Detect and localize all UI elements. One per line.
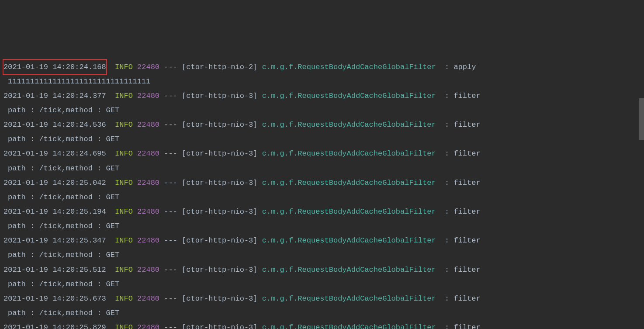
process-id: 22480: [137, 208, 159, 216]
log-entry: 2021-01-19 14:20:25.042 INFO 22480 --- […: [3, 176, 641, 190]
log-message-continuation: path : /tick,method : GET: [8, 309, 119, 317]
log-entry: 2021-01-19 14:20:24.377 INFO 22480 --- […: [3, 89, 641, 103]
separator: ---: [164, 92, 177, 100]
log-level: INFO: [115, 294, 133, 303]
log-message: filter: [454, 149, 480, 158]
log-level: INFO: [115, 63, 133, 71]
log-continuation: 11111111111111111111111111111111: [3, 74, 641, 89]
scrollbar-thumb[interactable]: [639, 98, 644, 140]
process-id: 22480: [137, 323, 159, 329]
process-id: 22480: [137, 294, 159, 303]
log-message: apply: [454, 63, 476, 71]
timestamp: 2021-01-19 14:20:25.512: [3, 266, 106, 274]
log-entry: 2021-01-19 14:20:25.829 INFO 22480 --- […: [3, 320, 641, 329]
colon: :: [445, 179, 449, 187]
separator: ---: [164, 208, 177, 216]
timestamp: 2021-01-19 14:20:25.829: [3, 323, 106, 329]
log-continuation: path : /tick,method : GET: [3, 219, 641, 233]
separator: ---: [164, 236, 177, 245]
log-continuation: path : /tick,method : GET: [3, 190, 641, 204]
log-level: INFO: [115, 208, 133, 216]
log-continuation: path : /tick,method : GET: [3, 103, 641, 118]
thread-name: [ctor-http-nio-3]: [182, 208, 257, 216]
logger-name: c.m.g.f.RequestBodyAddCacheGlobalFilter: [262, 208, 436, 216]
logger-name: c.m.g.f.RequestBodyAddCacheGlobalFilter: [262, 323, 436, 329]
logger-name: c.m.g.f.RequestBodyAddCacheGlobalFilter: [262, 149, 436, 158]
timestamp: 2021-01-19 14:20:25.673: [3, 294, 106, 303]
colon: :: [445, 92, 449, 100]
process-id: 22480: [137, 266, 159, 274]
log-message-continuation: path : /tick,method : GET: [8, 280, 119, 288]
colon: :: [445, 208, 449, 216]
process-id: 22480: [137, 149, 159, 158]
thread-name: [ctor-http-nio-3]: [182, 294, 257, 303]
process-id: 22480: [137, 92, 159, 100]
log-message: filter: [454, 236, 480, 245]
timestamp: 2021-01-19 14:20:24.536: [3, 121, 106, 129]
timestamp: 2021-01-19 14:20:24.168: [3, 63, 106, 71]
log-message-continuation: 11111111111111111111111111111111: [8, 77, 150, 86]
log-level: INFO: [115, 236, 133, 245]
log-message: filter: [454, 266, 480, 274]
logger-name: c.m.g.f.RequestBodyAddCacheGlobalFilter: [262, 179, 436, 187]
process-id: 22480: [137, 236, 159, 245]
separator: ---: [164, 63, 177, 71]
separator: ---: [164, 149, 177, 158]
timestamp: 2021-01-19 14:20:25.347: [3, 236, 106, 245]
log-message: filter: [454, 179, 480, 187]
log-entry: 2021-01-19 14:20:24.168 INFO 22480 --- […: [3, 60, 641, 74]
log-message-continuation: path : /tick,method : GET: [8, 222, 119, 230]
colon: :: [445, 323, 449, 329]
log-entry: 2021-01-19 14:20:25.512 INFO 22480 --- […: [3, 263, 641, 277]
process-id: 22480: [137, 179, 159, 187]
log-level: INFO: [115, 266, 133, 274]
thread-name: [ctor-http-nio-3]: [182, 121, 257, 129]
log-output: 2021-01-19 14:20:24.168 INFO 22480 --- […: [3, 60, 641, 329]
colon: :: [445, 149, 449, 158]
log-message-continuation: path : /tick,method : GET: [8, 193, 119, 201]
timestamp: 2021-01-19 14:20:24.377: [3, 92, 106, 100]
log-entry: 2021-01-19 14:20:25.347 INFO 22480 --- […: [3, 233, 641, 248]
separator: ---: [164, 121, 177, 129]
log-continuation: path : /tick,method : GET: [3, 132, 641, 146]
log-continuation: path : /tick,method : GET: [3, 248, 641, 262]
log-message: filter: [454, 92, 480, 100]
log-continuation: path : /tick,method : GET: [3, 306, 641, 320]
logger-name: c.m.g.f.RequestBodyAddCacheGlobalFilter: [262, 63, 436, 71]
log-message-continuation: path : /tick,method : GET: [8, 135, 119, 143]
logger-name: c.m.g.f.RequestBodyAddCacheGlobalFilter: [262, 92, 436, 100]
log-continuation: path : /tick,method : GET: [3, 161, 641, 176]
log-message-continuation: path : /tick,method : GET: [8, 164, 119, 173]
log-level: INFO: [115, 323, 133, 329]
timestamp: 2021-01-19 14:20:25.194: [3, 208, 106, 216]
log-message: filter: [454, 323, 480, 329]
log-level: INFO: [115, 149, 133, 158]
colon: :: [445, 63, 449, 71]
logger-name: c.m.g.f.RequestBodyAddCacheGlobalFilter: [262, 294, 436, 303]
log-message: filter: [454, 294, 480, 303]
colon: :: [445, 294, 449, 303]
log-entry: 2021-01-19 14:20:24.695 INFO 22480 --- […: [3, 146, 641, 161]
colon: :: [445, 266, 449, 274]
log-entry: 2021-01-19 14:20:24.536 INFO 22480 --- […: [3, 118, 641, 132]
logger-name: c.m.g.f.RequestBodyAddCacheGlobalFilter: [262, 236, 436, 245]
colon: :: [445, 121, 449, 129]
separator: ---: [164, 179, 177, 187]
log-level: INFO: [115, 121, 133, 129]
thread-name: [ctor-http-nio-3]: [182, 266, 257, 274]
timestamp: 2021-01-19 14:20:24.695: [3, 149, 106, 158]
thread-name: [ctor-http-nio-3]: [182, 92, 257, 100]
separator: ---: [164, 323, 177, 329]
process-id: 22480: [137, 121, 159, 129]
separator: ---: [164, 266, 177, 274]
thread-name: [ctor-http-nio-3]: [182, 149, 257, 158]
process-id: 22480: [137, 63, 159, 71]
thread-name: [ctor-http-nio-3]: [182, 179, 257, 187]
log-continuation: path : /tick,method : GET: [3, 277, 641, 291]
timestamp: 2021-01-19 14:20:25.042: [3, 179, 106, 187]
separator: ---: [164, 294, 177, 303]
logger-name: c.m.g.f.RequestBodyAddCacheGlobalFilter: [262, 266, 436, 274]
log-level: INFO: [115, 92, 133, 100]
log-level: INFO: [115, 179, 133, 187]
log-entry: 2021-01-19 14:20:25.194 INFO 22480 --- […: [3, 204, 641, 219]
